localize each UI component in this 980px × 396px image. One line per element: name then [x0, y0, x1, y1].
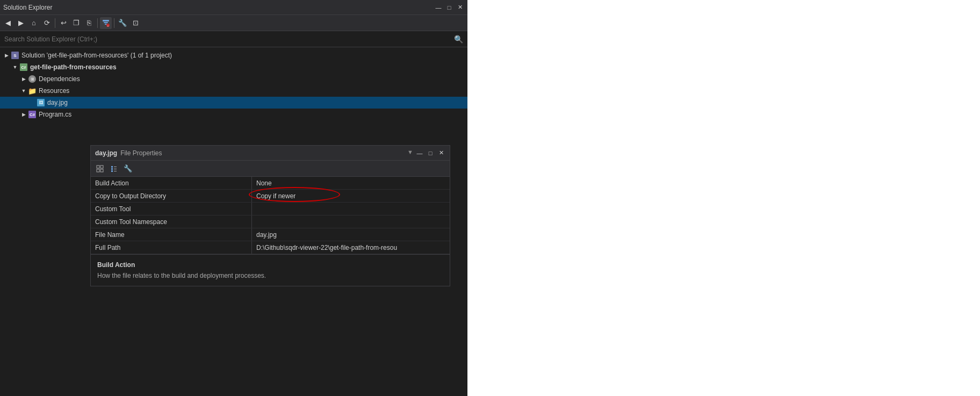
paste-button[interactable]: ⎘ [83, 17, 95, 29]
props-wrench-button[interactable]: 🔧 [122, 163, 134, 175]
svg-rect-14 [114, 171, 117, 171]
properties-title-left: day.jpg File Properties [95, 149, 162, 157]
properties-panel: day.jpg File Properties ▼ — □ ✕ [90, 145, 450, 286]
copy-if-newer-container: Copy if newer [256, 192, 296, 200]
solution-item[interactable]: ▶ S Solution 'get-file-path-from-resourc… [0, 49, 467, 61]
close-button[interactable]: ✕ [456, 3, 464, 12]
solution-label: Solution 'get-file-path-from-resources' … [21, 52, 172, 59]
program-cs-expand: ▶ [19, 110, 28, 119]
svg-rect-5 [97, 165, 99, 168]
properties-close-button[interactable]: ✕ [437, 149, 445, 157]
toolbar-separator-3 [114, 18, 114, 28]
solution-explorer-title: Solution Explorer [3, 4, 52, 11]
search-input[interactable] [4, 35, 454, 43]
properties-desc-title: Build Action [97, 261, 443, 269]
custom-tool-row: Custom Tool [91, 203, 450, 215]
day-jpg-icon: 🖼 [37, 98, 45, 107]
maximize-button[interactable]: □ [445, 3, 453, 12]
project-icon: C# [19, 63, 28, 71]
svg-rect-7 [97, 169, 99, 172]
solution-explorer-toolbar: ◀ ▶ ⌂ ⟳ ↩ ❐ ⎘ + 🔧 ⊡ [0, 15, 467, 31]
solution-expand-arrow: ▶ [2, 51, 11, 60]
copy-to-output-value[interactable]: Copy if newer [252, 192, 450, 200]
settings-button[interactable]: 🔧 [117, 17, 128, 29]
view-button[interactable]: ⊡ [129, 17, 141, 29]
program-cs-icon: C# [28, 110, 37, 119]
solution-explorer-titlebar: Solution Explorer — □ ✕ [0, 0, 467, 15]
toolbar-separator-1 [55, 18, 55, 28]
dependencies-label: Dependencies [39, 75, 80, 83]
svg-text:+: + [107, 24, 109, 27]
filter-button[interactable]: + [100, 17, 112, 29]
svg-rect-12 [114, 167, 117, 167]
file-name-label: File Name [91, 228, 252, 241]
props-grid-button[interactable] [94, 163, 106, 175]
properties-table: Build Action None Copy to Output Directo… [91, 177, 450, 254]
full-path-value: D:\Github\sqdr-viewer-22\get-file-path-f… [252, 244, 450, 251]
build-action-label: Build Action [91, 177, 252, 189]
day-jpg-item[interactable]: 🖼 day.jpg [0, 97, 467, 109]
sync-button[interactable]: ⟳ [41, 17, 53, 29]
properties-titlebar: day.jpg File Properties ▼ — □ ✕ [91, 146, 450, 161]
custom-tool-namespace-row: Custom Tool Namespace [91, 215, 450, 228]
search-icon[interactable]: 🔍 [454, 35, 463, 44]
file-name-row: File Name day.jpg [91, 228, 450, 241]
svg-rect-11 [111, 170, 113, 172]
svg-rect-1 [104, 22, 108, 23]
properties-subtitle: File Properties [120, 149, 162, 157]
dependencies-item[interactable]: ▶ ⊞ Dependencies [0, 73, 467, 85]
svg-rect-0 [103, 20, 109, 21]
props-sort-button[interactable] [108, 163, 120, 175]
search-bar: 🔍 [0, 31, 467, 47]
program-cs-label: Program.cs [39, 111, 71, 118]
forward-button[interactable]: ▶ [15, 17, 27, 29]
solution-icon: S [11, 51, 19, 60]
properties-desc-text: How the file relates to the build and de… [97, 272, 443, 279]
back-button[interactable]: ◀ [2, 17, 14, 29]
day-jpg-label: day.jpg [47, 99, 68, 106]
file-name-value[interactable]: day.jpg [252, 231, 450, 239]
full-path-row: Full Path D:\Github\sqdr-viewer-22\get-f… [91, 241, 450, 254]
properties-dropdown-arrow[interactable]: ▼ [407, 149, 413, 157]
svg-rect-13 [114, 169, 117, 169]
svg-rect-6 [100, 165, 103, 168]
properties-title-controls: ▼ — □ ✕ [407, 149, 445, 157]
properties-pin-button[interactable]: — [415, 149, 424, 157]
svg-rect-10 [111, 168, 113, 170]
project-item[interactable]: ▼ C# get-file-path-from-resources [0, 61, 467, 73]
pin-button[interactable]: — [434, 3, 443, 12]
custom-tool-label: Custom Tool [91, 203, 252, 215]
program-cs-item[interactable]: ▶ C# Program.cs [0, 109, 467, 120]
properties-toolbar: 🔧 [91, 161, 450, 177]
resources-folder-icon: 📁 [28, 87, 37, 95]
home-button[interactable]: ⌂ [28, 17, 40, 29]
resources-expand-arrow: ▼ [19, 87, 28, 95]
build-action-value[interactable]: None [252, 179, 450, 187]
day-jpg-expand [28, 98, 37, 107]
properties-filename: day.jpg [95, 149, 117, 157]
properties-maximize-button[interactable]: □ [426, 149, 435, 157]
custom-tool-namespace-label: Custom Tool Namespace [91, 215, 252, 228]
project-label: get-file-path-from-resources [30, 63, 117, 71]
full-path-label: Full Path [91, 241, 252, 254]
resources-folder-label: Resources [39, 87, 69, 95]
project-expand-arrow: ▼ [11, 63, 19, 71]
copy-to-output-label: Copy to Output Directory [91, 190, 252, 202]
build-action-row: Build Action None [91, 177, 450, 190]
copy-button[interactable]: ❐ [70, 17, 82, 29]
undo-button[interactable]: ↩ [57, 17, 69, 29]
dependencies-expand-arrow: ▶ [19, 75, 28, 83]
titlebar-controls: — □ ✕ [434, 3, 464, 12]
toolbar-separator-2 [97, 18, 98, 28]
copy-to-output-row: Copy to Output Directory Copy if newer [91, 190, 450, 203]
svg-rect-8 [100, 169, 103, 172]
svg-rect-9 [111, 166, 113, 168]
resources-folder-item[interactable]: ▼ 📁 Resources [0, 85, 467, 97]
properties-description: Build Action How the file relates to the… [91, 254, 450, 286]
dependencies-icon: ⊞ [28, 75, 37, 83]
